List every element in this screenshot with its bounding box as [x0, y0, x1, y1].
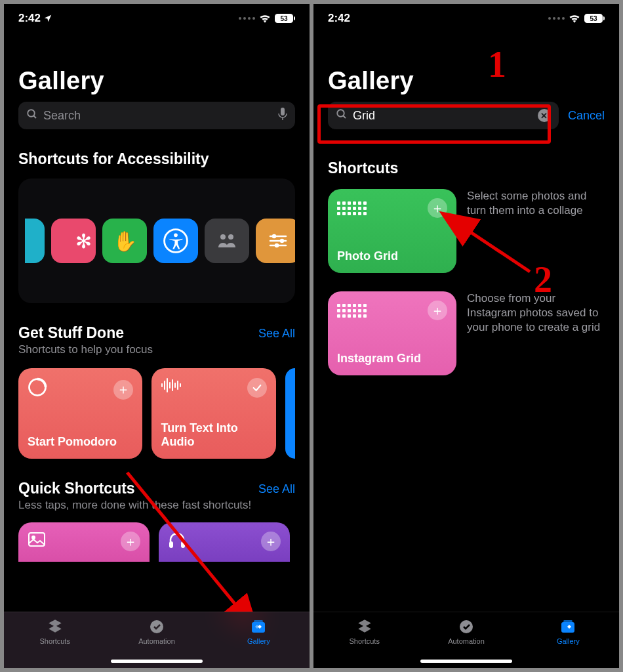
card-instagram-grid[interactable]: ＋ Instagram Grid	[328, 291, 456, 375]
clear-icon[interactable]: ✕	[538, 109, 551, 122]
card-start-pomodoro[interactable]: ＋ Start Pomodoro	[18, 368, 142, 459]
home-indicator[interactable]	[420, 660, 512, 663]
cellular-icon	[239, 17, 255, 20]
timer-icon	[28, 377, 47, 402]
image-icon	[28, 532, 46, 551]
section-getstuff-sub: Shortcuts to help you focus	[18, 343, 153, 356]
tab-gallery[interactable]: Gallery	[208, 612, 310, 668]
add-icon[interactable]: ＋	[113, 380, 133, 400]
phone-left: 2:42 53 Gallery Shortcuts for	[4, 4, 310, 668]
add-icon[interactable]: ＋	[261, 532, 281, 551]
add-icon[interactable]: ＋	[428, 301, 447, 320]
svg-rect-27	[29, 533, 45, 546]
mic-icon[interactable]	[278, 108, 287, 123]
cancel-button[interactable]: Cancel	[568, 109, 605, 123]
svg-point-0	[28, 110, 35, 117]
status-time: 2:42	[328, 12, 350, 25]
location-icon	[43, 14, 52, 23]
search-input[interactable]	[18, 102, 295, 129]
svg-point-38	[337, 110, 344, 117]
page-title: Gallery	[328, 67, 605, 95]
automation-icon	[457, 619, 475, 635]
svg-point-8	[228, 234, 233, 240]
shortcuts-icon	[46, 619, 64, 635]
svg-point-7	[220, 234, 226, 240]
grid-icon	[337, 201, 367, 215]
card-quick-2[interactable]: ＋	[159, 522, 290, 562]
section-getstuff-title: Get Stuff Done	[18, 324, 153, 342]
page-title: Gallery	[18, 67, 295, 95]
acc-tile[interactable]	[25, 219, 45, 263]
see-all-link[interactable]: See All	[258, 482, 295, 496]
search-input[interactable]: ✕	[328, 102, 559, 129]
card-label: Instagram Grid	[337, 352, 447, 366]
check-icon[interactable]	[247, 378, 267, 398]
acc-tile-accessibility[interactable]	[153, 219, 198, 263]
wifi-icon	[259, 14, 271, 23]
acc-tile[interactable]	[205, 219, 249, 263]
tab-shortcuts[interactable]: Shortcuts	[313, 612, 415, 668]
svg-point-6	[174, 233, 178, 237]
add-icon[interactable]: ＋	[428, 198, 447, 218]
card-photo-grid[interactable]: ＋ Photo Grid	[328, 189, 456, 273]
svg-rect-44	[563, 620, 573, 622]
acc-tile[interactable]: ✻	[51, 219, 96, 263]
wifi-icon	[569, 14, 580, 23]
section-quick-title: Quick Shortcuts	[18, 480, 251, 497]
svg-point-28	[32, 536, 35, 539]
search-icon	[336, 108, 348, 123]
result-description: Select some photos and turn them into a …	[467, 189, 605, 273]
home-indicator[interactable]	[111, 660, 203, 663]
gallery-icon	[559, 619, 577, 635]
add-icon[interactable]: ＋	[121, 532, 140, 551]
acc-tile[interactable]: ✋	[102, 219, 147, 263]
shortcuts-icon	[355, 619, 374, 635]
waveform-icon	[161, 377, 183, 398]
svg-line-1	[33, 116, 36, 118]
result-description: Choose from your Instagram photos saved …	[467, 291, 605, 375]
card-label: Turn Text Into Audio	[161, 421, 266, 450]
gallery-icon	[249, 619, 268, 635]
status-bar: 2:42 53	[4, 4, 310, 33]
cellular-icon	[548, 17, 565, 20]
card-label: Start Pomodoro	[28, 435, 133, 450]
svg-rect-2	[281, 108, 285, 116]
see-all-link[interactable]: See All	[258, 327, 295, 341]
card-label: Photo Grid	[337, 249, 447, 264]
tab-shortcuts[interactable]: Shortcuts	[4, 612, 106, 668]
grid-icon	[337, 304, 367, 318]
headphones-icon	[168, 532, 186, 551]
status-bar: 2:42 53	[313, 4, 619, 33]
acc-tile[interactable]	[256, 219, 295, 263]
svg-rect-35	[254, 620, 263, 622]
svg-point-33	[150, 620, 163, 633]
svg-rect-30	[181, 541, 185, 548]
svg-rect-29	[169, 541, 173, 548]
card-quick-1[interactable]: ＋	[18, 522, 150, 562]
battery-icon: 53	[584, 14, 605, 23]
card-next-peek[interactable]	[285, 368, 295, 459]
search-icon	[26, 108, 38, 123]
card-turn-text-audio[interactable]: Turn Text Into Audio	[151, 368, 275, 459]
svg-point-42	[460, 620, 473, 633]
section-quick-sub: Less taps, more done with these fast sho…	[18, 499, 251, 512]
search-field[interactable]	[353, 109, 538, 123]
search-field[interactable]	[43, 109, 278, 123]
results-heading: Shortcuts	[328, 159, 605, 177]
svg-line-39	[343, 116, 346, 118]
battery-icon: 53	[275, 14, 295, 23]
tab-gallery[interactable]: Gallery	[517, 612, 619, 668]
accessibility-banner[interactable]: ✻ ✋	[18, 178, 295, 303]
phone-right: 2:42 53 Gallery ✕ Cancel Shortcuts	[313, 4, 619, 668]
status-time: 2:42	[18, 12, 41, 25]
automation-icon	[148, 619, 166, 635]
section-accessibility-title: Shortcuts for Accessibility	[18, 150, 295, 168]
